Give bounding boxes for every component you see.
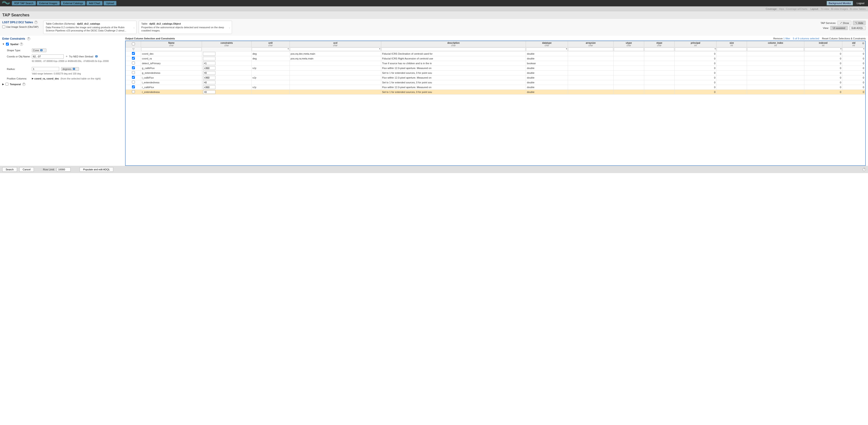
row-checkbox[interactable]	[132, 85, 135, 88]
help-icon[interactable]: ?	[34, 21, 37, 24]
filter-utype[interactable]	[614, 48, 644, 51]
constraint-input[interactable]	[203, 81, 215, 84]
filter-principal[interactable]	[675, 48, 716, 51]
row-limit-input[interactable]	[57, 167, 70, 171]
col-size[interactable]: sizeint	[716, 41, 747, 47]
table-row[interactable]: i_extendednessSet to 1 for extended sour…	[126, 80, 865, 85]
row-checkbox[interactable]	[132, 66, 135, 69]
reset-columns-link[interactable]: Reset Column Selections & Constraints	[822, 37, 866, 40]
remove-filter-link[interactable]: Remove	[773, 37, 783, 40]
col-unit[interactable]: unitchar	[251, 41, 289, 47]
caret-right-icon[interactable]: ▶	[32, 77, 34, 80]
shape-type-select[interactable]: Cone▾	[32, 49, 46, 52]
filter-unit[interactable]	[252, 48, 289, 51]
spatial-checkbox[interactable]	[6, 42, 9, 46]
select-all-checkbox[interactable]	[132, 42, 135, 45]
filter-xtype[interactable]	[644, 48, 674, 51]
edit-adql-button[interactable]: Edit ADQL	[849, 26, 866, 30]
row-checkbox[interactable]	[132, 76, 135, 79]
row-checkbox[interactable]	[132, 61, 135, 64]
table-row[interactable]: i_calibFluxnJyFlux within 12.0-pixel ape…	[126, 75, 865, 80]
radius-input[interactable]	[32, 67, 59, 71]
help-icon[interactable]: ?	[20, 42, 23, 46]
rubin-logo-icon[interactable]	[2, 1, 10, 5]
caret-right-icon[interactable]: ▶	[2, 83, 4, 85]
filter-colindex[interactable]	[747, 48, 804, 51]
help-icon[interactable]: ?	[22, 83, 26, 86]
filter-name[interactable]	[141, 48, 202, 51]
filter-indexed[interactable]	[805, 48, 842, 51]
filter-size[interactable]	[717, 48, 747, 51]
radius-unit-select[interactable]: degrees▾	[61, 67, 79, 71]
col-description[interactable]: descriptionchar	[381, 41, 526, 47]
logout-link[interactable]: Logout	[855, 2, 866, 5]
table-row[interactable]: coord_radegpos.eq.ra;meta.mainFiducial I…	[126, 56, 865, 61]
search-button[interactable]: Search	[2, 167, 17, 172]
constraint-input[interactable]	[203, 66, 215, 70]
table-row[interactable]: detect_isPrimaryTrue if source has no ch…	[126, 61, 865, 65]
background-monitor-button[interactable]: Background Monitor	[827, 1, 853, 5]
col-utype[interactable]: utypechar	[614, 41, 644, 47]
table-row[interactable]: coord_decdegpos.eq.dec;meta.mainFiducial…	[126, 51, 865, 56]
col-std[interactable]: stdint	[842, 41, 865, 47]
col-principal[interactable]: principalint	[675, 41, 716, 47]
col-arraysize[interactable]: arraysizechar	[568, 41, 614, 47]
filter-desc[interactable]	[381, 48, 526, 51]
layout-triview[interactable]: Tri-view	[820, 7, 829, 10]
gear-icon[interactable]: ⚙	[862, 42, 864, 45]
row-checkbox[interactable]	[132, 57, 135, 60]
ui-assisted-button[interactable]: UI assisted	[830, 26, 847, 30]
dropdown-icon[interactable]: ▾	[95, 55, 98, 57]
row-checkbox[interactable]	[132, 81, 135, 84]
temporal-checkbox[interactable]	[5, 83, 8, 86]
table-row[interactable]: r_extendednessSet to 1 for extended sour…	[126, 89, 865, 94]
constraint-input[interactable]	[203, 57, 215, 60]
constraint-input[interactable]	[203, 76, 215, 80]
table-row[interactable]: g_extendednessSet to 1 for extended sour…	[126, 70, 865, 75]
constraint-input[interactable]	[203, 52, 215, 56]
target-icon[interactable]: ⌖	[66, 54, 67, 58]
col-indexed[interactable]: indexedint	[804, 41, 842, 47]
col-xtype[interactable]: xtypechar	[644, 41, 675, 47]
coverage-charts[interactable]: Coverage w/Charts	[786, 7, 807, 10]
rsp-tap-search-button[interactable]: RSP TAP Search	[12, 1, 36, 5]
table-dropdown[interactable]: Table: dp02_dc2_catalogs.Object Properti…	[139, 21, 232, 34]
col-name[interactable]: Namechar	[141, 41, 202, 47]
help-icon[interactable]: ?	[863, 168, 866, 171]
constraint-input[interactable]	[203, 71, 215, 75]
constraint-input[interactable]	[203, 61, 215, 65]
obstap-checkbox[interactable]	[2, 25, 5, 28]
layout-biview-images[interactable]: Bi-view Images	[831, 7, 848, 10]
populate-adql-button[interactable]: Populate and edit ADQL	[80, 167, 113, 172]
col-datatype[interactable]: datatypechar	[526, 41, 568, 47]
row-checkbox[interactable]	[132, 90, 135, 93]
filter-std[interactable]	[842, 48, 865, 51]
caret-down-icon[interactable]: ▼	[2, 43, 5, 45]
constraint-input[interactable]	[203, 90, 215, 94]
row-checkbox[interactable]	[132, 52, 135, 55]
columns-selected[interactable]: 5 of 9 columns selected	[793, 37, 819, 40]
coords-input[interactable]	[32, 54, 64, 59]
add-chart-button[interactable]: Add Chart	[87, 1, 103, 5]
row-checkbox[interactable]	[132, 71, 135, 74]
external-images-button[interactable]: External Images	[37, 1, 60, 5]
col-ucd[interactable]: ucdchar	[289, 41, 381, 47]
constraint-input[interactable]	[203, 85, 215, 89]
schema-dropdown[interactable]: Table Collection (Schema): dp02_dc2_cata…	[43, 21, 136, 34]
external-catalogs-button[interactable]: External Catalogs	[61, 1, 86, 5]
help-icon[interactable]: ?	[27, 37, 30, 40]
filter-ucd[interactable]	[290, 48, 381, 51]
show-services-button[interactable]: ⤢ Show	[838, 21, 851, 25]
table-row[interactable]: g_calibFluxnJyFlux within 12.0-pixel ape…	[126, 65, 865, 70]
table-row[interactable]: r_calibFluxnJyFlux within 12.0-pixel ape…	[126, 85, 865, 89]
col-column-index[interactable]: column_indexint	[747, 41, 804, 47]
cancel-button[interactable]: Cancel	[19, 167, 34, 172]
upload-button[interactable]: Upload	[103, 1, 117, 5]
col-constraints[interactable]: constraintschar	[202, 41, 252, 47]
coverage-hips[interactable]: Hips	[779, 7, 784, 10]
hide-services-button[interactable]: ⤡ Hide	[853, 21, 866, 25]
filter-icon[interactable]: ▽	[132, 48, 134, 51]
filter-arraysize[interactable]	[568, 48, 613, 51]
layout-biview-tables[interactable]: Bi-view Tables	[850, 7, 866, 10]
filter-datatype[interactable]	[526, 48, 567, 51]
